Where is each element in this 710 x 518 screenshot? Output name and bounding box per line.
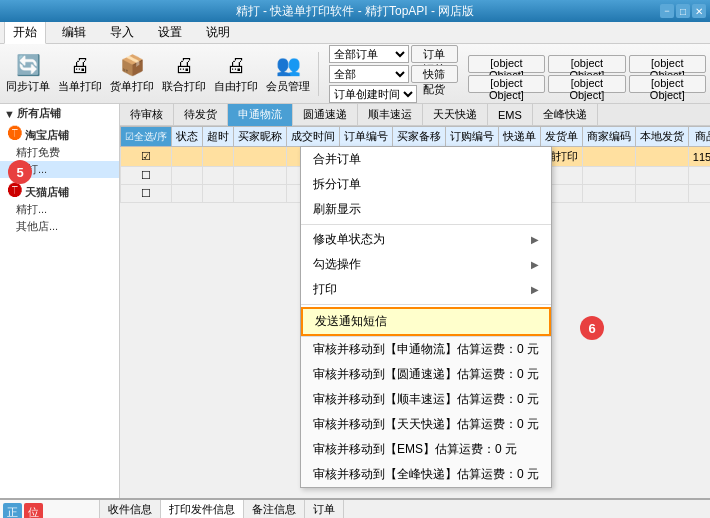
col-timeout: 超时 [202, 127, 233, 147]
col-buyer-note: 买家备移 [392, 127, 445, 147]
position-btn[interactable]: 位 [24, 503, 43, 518]
col-goods: 商品标 [688, 127, 710, 147]
sidebar-taobao[interactable]: 🅣 淘宝店铺 [0, 125, 119, 144]
order-type-select[interactable]: 全部订单 [329, 45, 409, 63]
tab-quanfeng[interactable]: 全峰快递 [533, 104, 598, 126]
row-timeout [202, 147, 233, 167]
free-print-btn[interactable]: 🖨 自由打印 [212, 47, 260, 101]
col-local-ship: 本地发货 [635, 127, 688, 147]
arrow-icon-2: ▶ [531, 259, 539, 270]
tab-shentong[interactable]: 申通物流 [228, 104, 293, 126]
maximize-btn[interactable]: □ [676, 4, 690, 18]
single-print-btn[interactable]: 🖨 当单打印 [56, 47, 104, 101]
bottom-tab-order[interactable]: 订单 [305, 500, 344, 518]
col-status: 状态 [171, 127, 202, 147]
sidebar-other[interactable]: 其他店... [0, 218, 119, 235]
sidebar-tmall[interactable]: 🅣 天猫店铺 [0, 182, 119, 201]
cargo-print-label: 货单打印 [110, 79, 154, 94]
submenu-item-shentong[interactable]: 审核并移动到【申通物流】估算运费：0 元 [301, 337, 551, 362]
sync-icon: 🔄 [16, 53, 41, 77]
single-print-label: 当单打印 [58, 79, 102, 94]
sidebar: ▼所有店铺 🅣 淘宝店铺 精打免费 精打... 🅣 天猫店铺 精打... 其他店… [0, 104, 120, 498]
toolbar-separator [318, 52, 319, 96]
print-icon-3: 🖨 [226, 54, 246, 77]
sidebar-badge-5: 5 [8, 160, 32, 184]
cargo-print-btn[interactable]: 📦 货单打印 [108, 47, 156, 101]
date-select[interactable]: 订单创建时间 [329, 85, 417, 103]
member-icon: 👥 [276, 53, 301, 77]
order-summary-btn[interactable]: 订单汇总 [411, 45, 458, 63]
menu-refresh[interactable]: 刷新显示 [301, 197, 551, 222]
window-controls[interactable]: － □ ✕ [660, 4, 706, 18]
order-status-select[interactable]: 全部 [329, 65, 409, 83]
menu-tab-start[interactable]: 开始 [4, 21, 46, 44]
batch-free-print-btn[interactable]: [object Object] [629, 75, 706, 93]
menu-split-order[interactable]: 拆分订单 [301, 172, 551, 197]
tab-ems[interactable]: EMS [488, 104, 533, 126]
tab-tiantian[interactable]: 天天快递 [423, 104, 488, 126]
bottom-tab-receive[interactable]: 收件信息 [100, 500, 161, 518]
bottom-tab-print-send[interactable]: 打印发件信息 [161, 500, 244, 518]
batch-freight-btn[interactable]: [object Object] [548, 75, 625, 93]
sync-orders-btn[interactable]: 🔄 同步订单 [4, 47, 52, 101]
menu-tab-help[interactable]: 说明 [198, 22, 238, 43]
row-local-ship [635, 147, 688, 167]
arrow-icon-3: ▶ [531, 284, 539, 295]
tabs-bar: 待审核 待发货 申通物流 圆通速递 顺丰速运 天天快递 EMS 全峰快递 [120, 104, 710, 126]
col-express: 快递单 [498, 127, 540, 147]
menu-tab-edit[interactable]: 编辑 [54, 22, 94, 43]
submenu-item-ems[interactable]: 审核并移动到【EMS】估算运费：0 元 [301, 437, 551, 462]
context-menu-badge-6: 6 [580, 316, 604, 340]
submenu-item-tiantian[interactable]: 审核并移动到【天天快递】估算运费：0 元 [301, 412, 551, 437]
menu-tab-settings[interactable]: 设置 [150, 22, 190, 43]
adv-search-btn[interactable]: [object Object] [548, 55, 625, 73]
col-shipment: 发货单 [540, 127, 582, 147]
arrow-icon: ▶ [531, 234, 539, 245]
submenu-item-quanfeng[interactable]: 审核并移动到【全峰快递】估算运费：0 元 [301, 462, 551, 487]
batch-ship-btn[interactable]: [object Object] [468, 55, 545, 73]
submenu-item-yuantong[interactable]: 审核并移动到【圆通速递】估算运费：0 元 [301, 362, 551, 387]
col-order-no: 订购编号 [445, 127, 498, 147]
col-buyer: 买家昵称 [233, 127, 286, 147]
menu-change-status[interactable]: 修改单状态为 ▶ [301, 227, 551, 252]
print-history-btn[interactable]: [object Object] [629, 55, 706, 73]
menu-merge-order[interactable]: 合并订单 [301, 147, 551, 172]
menu-print[interactable]: 打印 ▶ [301, 277, 551, 302]
app-title: 精打 - 快递单打印软件 - 精打TopAPI - 网店版 [236, 3, 475, 20]
row-buyer [233, 147, 286, 167]
close-btn[interactable]: ✕ [692, 4, 706, 18]
print-icon-1: 🖨 [70, 54, 90, 77]
menu-select-op[interactable]: 勾选操作 ▶ [301, 252, 551, 277]
tab-pending-ship[interactable]: 待发货 [174, 104, 228, 126]
cargo-icon: 📦 [120, 53, 145, 77]
title-bar: 精打 - 快递单打印软件 - 精打TopAPI - 网店版 － □ ✕ [0, 0, 710, 22]
combo-print-btn[interactable]: 🖨 联合打印 [160, 47, 208, 101]
bottom-tabs: 收件信息 打印发件信息 备注信息 订单 [100, 500, 710, 518]
menu-sep-1 [301, 224, 551, 225]
col-select[interactable]: ☑全选/序 [121, 127, 172, 147]
row-goods: 115200 [688, 147, 710, 167]
submenu-item-shunfeng[interactable]: 审核并移动到【顺丰速运】估算运费：0 元 [301, 387, 551, 412]
submenu: 审核并移动到【申通物流】估算运费：0 元 审核并移动到【圆通速递】估算运费：0 … [301, 336, 551, 487]
e-waybill-btn[interactable]: [object Object] [468, 75, 545, 93]
free-print-label: 自由打印 [214, 79, 258, 94]
menu-sep-2 [301, 304, 551, 305]
row-checkbox[interactable]: ☑ [121, 147, 172, 167]
correction-btn[interactable]: 正 [3, 503, 22, 518]
table-area: ☑全选/序 状态 超时 买家昵称 成交时间 订单编号 买家备移 订购编号 快递单… [120, 126, 710, 498]
tab-shunfeng[interactable]: 顺丰速运 [358, 104, 423, 126]
quick-filter-btn[interactable]: 快筛配货 [411, 65, 458, 83]
tab-yuantong[interactable]: 圆通速递 [293, 104, 358, 126]
menu-tab-import[interactable]: 导入 [102, 22, 142, 43]
combo-print-label: 联合打印 [162, 79, 206, 94]
row-status [171, 147, 202, 167]
sync-orders-label: 同步订单 [6, 79, 50, 94]
bottom-tab-note[interactable]: 备注信息 [244, 500, 305, 518]
sidebar-jingda-free[interactable]: 精打免费 [0, 144, 119, 161]
col-time: 成交时间 [286, 127, 339, 147]
tab-pending-review[interactable]: 待审核 [120, 104, 174, 126]
member-mgmt-btn[interactable]: 👥 会员管理 [264, 47, 312, 101]
minimize-btn[interactable]: － [660, 4, 674, 18]
menu-send-notice[interactable]: 发送通知短信 [301, 307, 551, 336]
sidebar-tmall-jingda[interactable]: 精打... [0, 201, 119, 218]
